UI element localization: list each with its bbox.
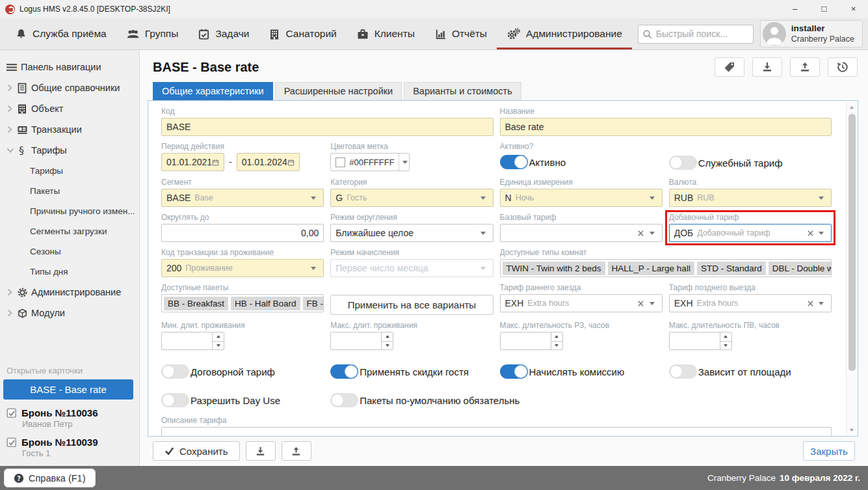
export-button[interactable] (790, 57, 820, 77)
tab-general[interactable]: Общие характеристики (153, 82, 273, 100)
dropdown-arrow-icon[interactable] (816, 189, 826, 206)
open-card-booking-110036[interactable]: Бронь №110036 Иванов Петр (0, 405, 139, 434)
segment-select[interactable]: BASE Base (161, 189, 324, 207)
guest-discounts-toggle[interactable]: Применять скидки гостя (330, 364, 493, 379)
step-down-icon[interactable] (551, 342, 562, 350)
help-button[interactable]: ? Справка (F1) (4, 469, 96, 487)
code-input[interactable]: BASE (161, 118, 493, 136)
nav-item-reception[interactable]: Служба приёма (5, 18, 116, 49)
currency-select[interactable]: RUB RUB (669, 189, 832, 207)
additional-rate-select[interactable]: ДОБ Добавочный тариф (669, 224, 832, 242)
category-select[interactable]: G Гость (330, 189, 493, 207)
contract-rate-toggle[interactable]: Договорной тариф (161, 364, 324, 379)
step-up-icon[interactable] (382, 333, 393, 342)
package-tag[interactable]: FB - Full Boar (303, 297, 324, 310)
dropdown-arrow-icon[interactable] (308, 189, 319, 206)
package-tag[interactable]: BB - Breakfast (164, 297, 228, 310)
clear-icon[interactable] (804, 230, 816, 237)
step-down-icon[interactable] (213, 342, 224, 350)
max-late-hours-stepper[interactable] (669, 332, 732, 350)
max-stay-stepper[interactable] (330, 332, 393, 350)
round-to-input[interactable]: 0,00 (161, 224, 324, 242)
color-mark-select[interactable]: #00FFFFFF (330, 153, 410, 171)
dropdown-arrow-icon[interactable] (647, 225, 657, 241)
room-type-tag[interactable]: HALL_P - Large hall (608, 262, 694, 275)
dropdown-arrow-icon[interactable] (816, 295, 826, 312)
tab-advanced[interactable]: Расширенные настройки (275, 82, 402, 100)
sidebar-subitem-seasons[interactable]: Сезоны (0, 241, 139, 262)
stay-transaction-select[interactable]: 200 Проживание (161, 259, 324, 277)
early-checkin-select[interactable]: EXH Extra hours (500, 294, 663, 312)
open-card-booking-110039[interactable]: Бронь №110039 Гость 1 (0, 434, 139, 463)
close-button[interactable]: × (839, 0, 868, 18)
dropdown-arrow-icon[interactable] (816, 225, 826, 241)
unit-select[interactable]: N Ночь (500, 189, 663, 207)
dropdown-arrow-icon[interactable] (647, 295, 657, 312)
service-rate-toggle[interactable]: Служебный тариф (669, 154, 832, 172)
active-toggle[interactable]: Активно (500, 153, 663, 171)
room-type-tag[interactable]: STD - Standard (697, 262, 766, 275)
minimize-button[interactable]: – (780, 0, 809, 18)
step-up-icon[interactable] (213, 333, 224, 342)
clear-icon[interactable] (635, 300, 647, 307)
dropdown-arrow-icon[interactable] (399, 154, 410, 170)
export-button-bottom[interactable] (282, 441, 311, 461)
sidebar-item-object[interactable]: Объект (0, 98, 139, 119)
clear-icon[interactable] (804, 300, 816, 307)
nav-item-groups[interactable]: Группы (116, 18, 189, 49)
max-early-hours-stepper[interactable] (500, 332, 563, 350)
save-button[interactable]: Сохранить (153, 441, 240, 461)
step-down-icon[interactable] (720, 342, 731, 350)
sidebar-item-administration[interactable]: Администрирование (0, 282, 139, 303)
scroll-down-icon[interactable] (847, 424, 857, 435)
dropdown-arrow-icon[interactable] (308, 260, 319, 277)
name-input[interactable]: Base rate (500, 118, 832, 136)
late-checkout-select[interactable]: EXH Extra hours (669, 294, 832, 312)
tag-button[interactable] (715, 57, 744, 77)
sidebar-item-transactions[interactable]: Транзакции (0, 119, 139, 140)
step-down-icon[interactable] (382, 342, 393, 350)
import-button[interactable] (752, 57, 782, 77)
sidebar-subitem-load-segments[interactable]: Сегменты загрузки (0, 221, 139, 241)
history-button[interactable] (828, 57, 858, 77)
vertical-scrollbar[interactable] (846, 102, 857, 435)
nav-item-administration[interactable]: Администрирование (497, 18, 632, 49)
scrollbar-thumb[interactable] (848, 114, 856, 371)
nav-item-sanatorium[interactable]: Санаторий (259, 18, 346, 49)
clear-icon[interactable] (635, 230, 647, 237)
sidebar-subitem-manual-change-reasons[interactable]: Причины ручного измен... (0, 201, 139, 221)
room-type-tag[interactable]: DBL - Double with sing (769, 262, 832, 275)
nav-item-reports[interactable]: Отчёты (425, 18, 497, 49)
nav-item-clients[interactable]: Клиенты (347, 18, 425, 49)
sidebar-item-modules[interactable]: Модули (0, 303, 139, 323)
default-packages-toggle[interactable]: Пакеты по-умолчанию обязательнь (330, 393, 663, 407)
step-up-icon[interactable] (720, 333, 731, 342)
open-card-base-rate[interactable]: BASE - Base rate (3, 379, 133, 400)
area-dependent-toggle[interactable]: Зависит от площади (669, 364, 832, 379)
room-types-input[interactable]: TWIN - Twin with 2 beds HALL_P - Large h… (500, 259, 832, 277)
sidebar-header[interactable]: Панель навигации (0, 57, 139, 77)
packages-input[interactable]: BB - Breakfast HB - Half Board FB - Full… (161, 294, 324, 312)
period-to-input[interactable]: 01.01.2024 (237, 153, 300, 171)
maximize-button[interactable]: □ (809, 0, 839, 18)
sidebar-subitem-day-types[interactable]: Типы дня (0, 262, 139, 282)
min-stay-stepper[interactable] (161, 332, 224, 350)
sidebar-subitem-packages[interactable]: Пакеты (0, 181, 139, 201)
description-textarea[interactable] (161, 427, 832, 437)
nav-item-tasks[interactable]: Задачи (188, 18, 259, 49)
base-rate-select[interactable] (500, 224, 663, 242)
package-tag[interactable]: HB - Half Board (231, 297, 300, 310)
import-button-bottom[interactable] (246, 441, 276, 461)
tab-variants[interactable]: Варианты и стоимость (404, 82, 521, 100)
close-card-button[interactable]: Закрыть (803, 441, 855, 461)
apply-all-variants-button[interactable]: Применить на все варианты (330, 295, 493, 315)
dropdown-arrow-icon[interactable] (478, 189, 488, 206)
scroll-up-icon[interactable] (847, 102, 857, 113)
sidebar-subitem-tariffs[interactable]: Тарифы (0, 161, 139, 181)
round-mode-select[interactable]: Ближайшее целое (330, 224, 493, 242)
sidebar-item-tariffs[interactable]: § Тарифы (0, 140, 139, 161)
day-use-toggle[interactable]: Разрешить Day Use (161, 393, 324, 407)
step-up-icon[interactable] (551, 333, 562, 342)
user-menu[interactable]: installer Cranberry Palace (760, 20, 863, 48)
sidebar-item-directories[interactable]: Общие справочники (0, 77, 139, 98)
